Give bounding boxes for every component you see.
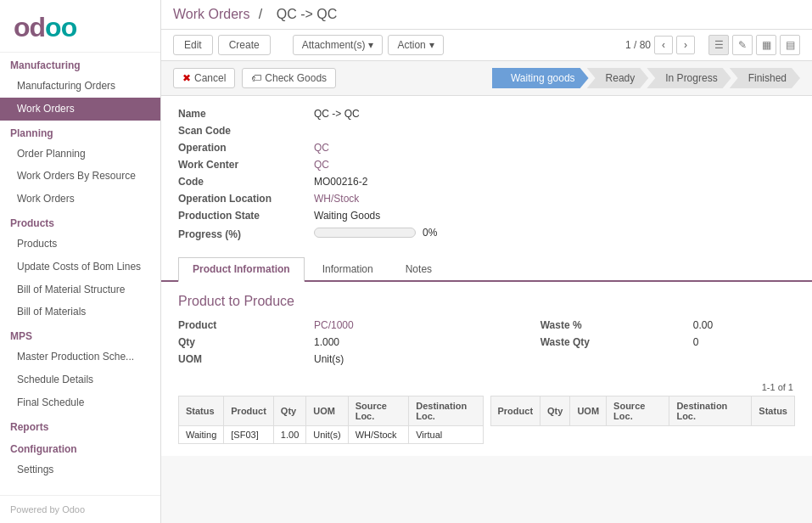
- sidebar-section-manufacturing: Manufacturing Manufacturing Orders Work …: [0, 53, 160, 121]
- create-button[interactable]: Create: [218, 35, 271, 55]
- rcol-dest: Destination Loc.: [669, 396, 752, 426]
- sidebar-item-bom[interactable]: Bill of Materials: [0, 301, 160, 323]
- col-status: Status: [179, 396, 224, 426]
- state-in-progress[interactable]: In Progress: [647, 68, 731, 88]
- field-operation-location: Operation Location WH/Stock: [178, 193, 795, 205]
- field-code: Code MO00216-2: [178, 176, 795, 188]
- breadcrumb-link[interactable]: Work Orders: [173, 7, 249, 21]
- sidebar-item-schedule-details[interactable]: Schedule Details: [0, 368, 160, 391]
- pager-next[interactable]: ›: [676, 36, 695, 54]
- sidebar-item-work-orders-by-resource[interactable]: Work Orders By Resource: [0, 165, 160, 188]
- col-uom: UOM: [306, 396, 348, 426]
- operation-location-link[interactable]: WH/Stock: [314, 193, 359, 205]
- cell-source: WH/Stock: [348, 426, 409, 444]
- state-finished[interactable]: Finished: [730, 68, 800, 88]
- progress-bar: [314, 228, 416, 238]
- breadcrumb-current: QC -> QC: [277, 7, 338, 21]
- view-calendar-button[interactable]: ▦: [756, 35, 776, 55]
- content-inner: ✖ Cancel 🏷 Check Goods Waiting goods Rea…: [161, 61, 812, 456]
- dropdown-arrow-icon: ▾: [368, 39, 373, 51]
- attachments-button[interactable]: Attachment(s) ▾: [293, 35, 384, 55]
- product-link[interactable]: PC/1000: [314, 319, 354, 331]
- col-product: Product: [224, 396, 274, 426]
- sidebar-item-order-planning[interactable]: Order Planning: [0, 143, 160, 166]
- field-uom: UOM Unit(s): [178, 353, 354, 365]
- state-ready[interactable]: Ready: [587, 68, 649, 88]
- rcol-product: Product: [490, 396, 540, 426]
- sidebar-item-manufacturing-orders[interactable]: Manufacturing Orders: [0, 75, 160, 98]
- data-tables-wrapper: Status Product Qty UOM Source Loc. Desti…: [178, 396, 795, 444]
- sidebar-section-mps: MPS Master Production Sche... Schedule D…: [0, 323, 160, 413]
- section-title-manufacturing: Manufacturing: [0, 53, 160, 75]
- action-button[interactable]: Action ▾: [388, 35, 443, 55]
- tab-notes[interactable]: Notes: [391, 257, 446, 280]
- sidebar-section-products: Products Products Update Costs of Bom Li…: [0, 211, 160, 323]
- view-form-button[interactable]: ✎: [732, 35, 753, 55]
- tabs: Product Information Information Notes: [161, 257, 812, 282]
- rcol-source: Source Loc.: [607, 396, 669, 426]
- sidebar-item-settings[interactable]: Settings: [0, 458, 160, 481]
- section-title-configuration: Configuration: [0, 436, 160, 458]
- powered-by: Powered by Odoo: [0, 495, 160, 523]
- col-qty: Qty: [273, 396, 305, 426]
- left-table-header: Status Product Qty UOM Source Loc. Desti…: [179, 396, 484, 426]
- cell-qty: 1.00: [273, 426, 305, 444]
- sidebar-section-planning: Planning Order Planning Work Orders By R…: [0, 121, 160, 211]
- sidebar-section-reports: Reports: [0, 414, 160, 436]
- check-goods-button[interactable]: 🏷 Check Goods: [242, 68, 336, 88]
- product-section: Product to Produce Product PC/1000 Qty 1…: [161, 282, 812, 382]
- tab-information[interactable]: Information: [308, 257, 388, 280]
- col-dest-loc: Destination Loc.: [409, 396, 483, 426]
- cancel-icon: ✖: [182, 72, 191, 84]
- rcol-qty: Qty: [540, 396, 570, 426]
- state-flow: Waiting goods Ready In Progress Finished: [494, 68, 800, 88]
- cancel-button[interactable]: ✖ Cancel: [173, 68, 235, 88]
- sidebar-item-planning-work-orders[interactable]: Work Orders: [0, 188, 160, 211]
- cell-uom: Unit(s): [306, 426, 348, 444]
- field-product: Product PC/1000: [178, 319, 354, 331]
- field-production-state: Production State Waiting Goods: [178, 210, 795, 222]
- section-title-reports: Reports: [0, 414, 160, 436]
- logo-area: odoo: [0, 0, 160, 53]
- sidebar-item-work-orders[interactable]: Work Orders: [0, 98, 160, 121]
- product-section-title: Product to Produce: [178, 294, 795, 309]
- rcol-status: Status: [752, 396, 795, 426]
- state-waiting-goods[interactable]: Waiting goods: [492, 68, 589, 88]
- progress-value: 0%: [423, 227, 437, 239]
- sidebar-item-products[interactable]: Products: [0, 233, 160, 256]
- odoo-logo: odoo: [14, 12, 147, 43]
- breadcrumb-separator: /: [259, 7, 262, 21]
- field-work-center: Work Center QC: [178, 159, 795, 171]
- field-waste-qty: Waste Qty 0: [540, 336, 713, 348]
- product-fields-right: Waste % 0.00 Waste Qty 0: [540, 319, 713, 370]
- tab-product-information[interactable]: Product Information: [178, 257, 305, 282]
- sidebar-section-configuration: Configuration Settings: [0, 436, 160, 481]
- form-section: Name QC -> QC Scan Code Operation QC Wor…: [161, 96, 812, 257]
- field-name: Name QC -> QC: [178, 108, 795, 120]
- main-panel: Work Orders / QC -> QC Edit Create Attac…: [161, 0, 812, 523]
- section-title-mps: MPS: [0, 323, 160, 346]
- rcol-uom: UOM: [570, 396, 607, 426]
- right-table: Product Qty UOM Source Loc. Destination …: [490, 396, 796, 444]
- sidebar-item-mps[interactable]: Master Production Sche...: [0, 346, 160, 368]
- table-row[interactable]: Waiting [SF03] 1.00 Unit(s) WH/Stock Vir…: [179, 426, 484, 444]
- right-table-header: Product Qty UOM Source Loc. Destination …: [490, 396, 795, 426]
- field-waste-pct: Waste % 0.00: [540, 319, 713, 331]
- edit-button[interactable]: Edit: [173, 35, 213, 55]
- view-chart-button[interactable]: ▤: [780, 35, 800, 55]
- sidebar-item-bom-structure[interactable]: Bill of Material Structure: [0, 278, 160, 301]
- work-center-link[interactable]: QC: [314, 159, 329, 171]
- operation-link[interactable]: QC: [314, 142, 329, 154]
- breadcrumb: Work Orders / QC -> QC: [173, 7, 342, 22]
- cell-product: [SF03]: [224, 426, 274, 444]
- left-table: Status Product Qty UOM Source Loc. Desti…: [178, 396, 484, 444]
- field-progress: Progress (%) 0%: [178, 227, 795, 240]
- pager-prev[interactable]: ‹: [654, 36, 673, 54]
- toolbar: Edit Create Attachment(s) ▾ Action ▾ 1 /…: [161, 30, 812, 61]
- pager-text: 1 / 80: [625, 39, 651, 51]
- sidebar-item-update-costs[interactable]: Update Costs of Bom Lines: [0, 256, 160, 278]
- sidebar: odoo Manufacturing Manufacturing Orders …: [0, 0, 161, 523]
- sidebar-item-final-schedule[interactable]: Final Schedule: [0, 391, 160, 414]
- view-list-button[interactable]: ☰: [708, 35, 729, 55]
- product-fields-left: Product PC/1000 Qty 1.000 UOM Unit(s): [178, 319, 354, 370]
